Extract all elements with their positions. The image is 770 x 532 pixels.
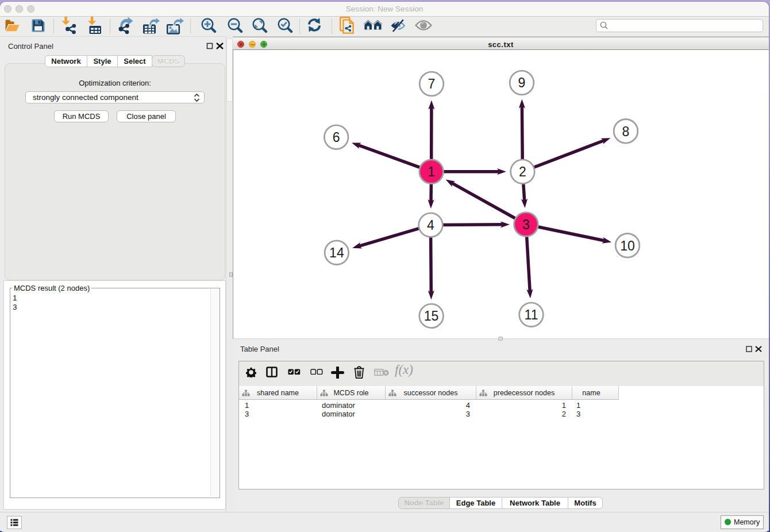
svg-text:8: 8	[622, 124, 630, 139]
svg-text:4: 4	[427, 218, 434, 233]
svg-text:6: 6	[333, 130, 340, 145]
svg-text:2: 2	[519, 164, 526, 179]
svg-text:15: 15	[424, 309, 439, 323]
svg-text:9: 9	[518, 75, 526, 90]
svg-text:11: 11	[525, 307, 538, 322]
svg-text:7: 7	[428, 76, 436, 91]
svg-text:1: 1	[428, 164, 435, 179]
svg-text:3: 3	[522, 217, 530, 232]
svg-text:14: 14	[329, 245, 344, 260]
svg-text:10: 10	[620, 238, 635, 253]
